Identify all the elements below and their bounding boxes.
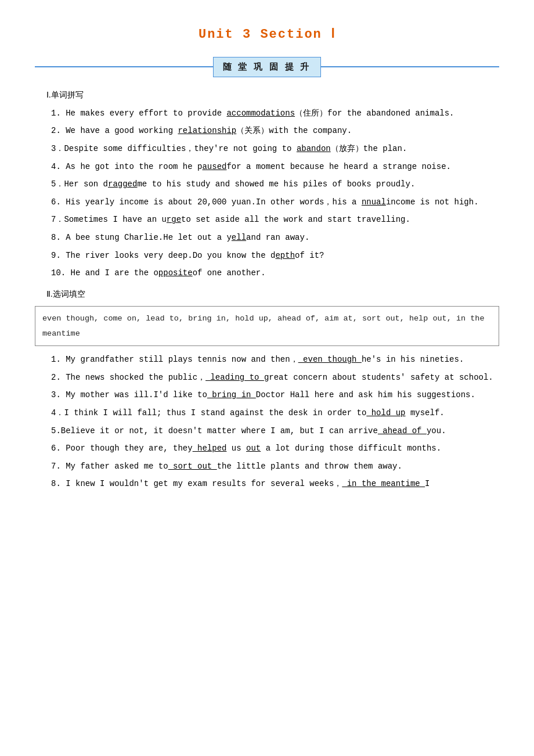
section2-items: 1. My grandfather still plays tennis now… (35, 352, 499, 492)
section1-label: Ⅰ.单词拼写 (46, 88, 499, 102)
list-item: 10. He and I are the oppositeof one anot… (35, 265, 499, 281)
list-item: 5.Believe it or not, it doesn't matter w… (35, 423, 499, 439)
list-item: 6. Poor though they are, they helped us … (35, 441, 499, 456)
list-item: 7．Sometimes I have an urgeto set aside a… (35, 212, 499, 228)
list-item: 2. We have a good working relationship（关… (35, 123, 499, 139)
list-item: 1. He makes every effort to provide acco… (35, 106, 499, 121)
list-item: 3．Despite some difficulties，they're not … (35, 141, 499, 157)
list-item: 8. I knew I wouldn't get my exam results… (35, 476, 499, 492)
list-item: 3. My mother was ill.I'd like to bring i… (35, 387, 499, 403)
section-header: 随 堂 巩 固 提 升 (35, 57, 499, 77)
section1-items: 1. He makes every effort to provide acco… (35, 106, 499, 281)
word-box: even though, come on, lead to, bring in,… (35, 306, 499, 346)
list-item: 9. The river looks very deep.Do you know… (35, 248, 499, 264)
list-item: 5．Her son draggedme to his study and sho… (35, 177, 499, 192)
section2-label: Ⅱ.选词填空 (46, 287, 499, 301)
section-header-box: 随 堂 巩 固 提 升 (213, 57, 322, 77)
list-item: 2. The news shocked the public， leading … (35, 370, 499, 386)
list-item: 6. His yearly income is about 20,000 yua… (35, 195, 499, 210)
header-line-right (321, 66, 499, 67)
list-item: 4. As he got into the room he pausedfor … (35, 159, 499, 175)
list-item: 8. A bee stung Charlie.He let out a yell… (35, 230, 499, 246)
page-title: Unit 3 Section Ⅰ (35, 23, 499, 46)
header-line-left (35, 66, 213, 67)
list-item: 1. My grandfather still plays tennis now… (35, 352, 499, 368)
list-item: 7. My father asked me to sort out the li… (35, 459, 499, 474)
list-item: 4．I think I will fall; thus I stand agai… (35, 405, 499, 421)
